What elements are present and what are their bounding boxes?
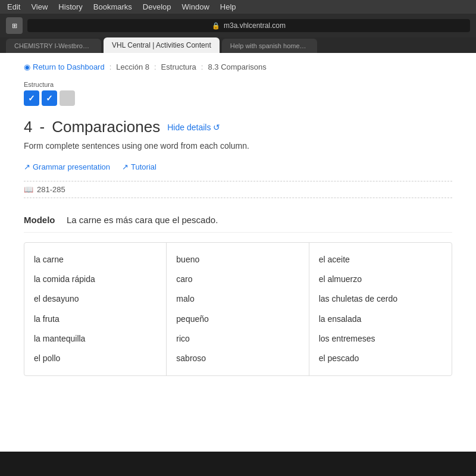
links-row: ↗ Grammar presentation ↗ Tutorial xyxy=(24,162,452,171)
list-item: sabroso xyxy=(176,349,299,368)
progress-icons: ✓ ✓ xyxy=(24,90,452,106)
menu-history[interactable]: History xyxy=(58,2,82,11)
lock-icon: 🔒 xyxy=(212,22,220,30)
modelo-row: Modelo La carne es más cara que el pesca… xyxy=(24,208,452,233)
breadcrumb-estructura: Estructura xyxy=(161,62,196,71)
hide-details-link[interactable]: Hide details ↺ xyxy=(167,123,220,132)
address-bar[interactable]: 🔒 m3a.vhlcentral.com xyxy=(27,19,470,32)
check-2: ✓ xyxy=(42,90,57,106)
check-1: ✓ xyxy=(24,90,39,106)
tutorial-icon: ↗ xyxy=(122,162,129,171)
activity-dash: - xyxy=(39,118,45,136)
modelo-text: La carne es más cara que el pescado. xyxy=(67,215,218,225)
menu-bookmarks[interactable]: Bookmarks xyxy=(93,2,132,11)
breadcrumb: ◉ Return to Dashboard : Lección 8 : Estr… xyxy=(24,62,452,71)
tab-bar: CHEMISTRY I-Westbrook-40.... VHL Central… xyxy=(0,37,476,53)
check-3 xyxy=(60,90,75,106)
tab-help[interactable]: Help with spanish homework xyxy=(222,39,317,53)
menu-window[interactable]: Window xyxy=(182,2,209,11)
breadcrumb-comparisons: 8.3 Comparisons xyxy=(208,62,266,71)
breadcrumb-leccion: Lección 8 xyxy=(116,62,149,71)
breadcrumb-sep1: : xyxy=(109,62,112,71)
list-item: pequeño xyxy=(176,309,299,329)
toolbar: ⊞ 🔒 m3a.vhlcentral.com xyxy=(0,14,476,37)
breadcrumb-sep2: : xyxy=(154,62,156,71)
list-item: la ensalada xyxy=(319,309,442,329)
list-item: el pollo xyxy=(34,349,156,368)
list-item: malo xyxy=(176,289,299,309)
sidebar-toggle[interactable]: ⊞ xyxy=(6,17,23,34)
list-item: el aceite xyxy=(319,250,442,270)
refresh-icon: ↺ xyxy=(213,123,220,132)
list-item: la fruta xyxy=(34,309,156,329)
activity-name: Comparaciones xyxy=(52,118,160,136)
modelo-label: Modelo xyxy=(24,215,60,225)
word-col-3: el aceite el almuerzo las chuletas de ce… xyxy=(309,243,452,375)
menu-help[interactable]: Help xyxy=(220,2,236,11)
grammar-link[interactable]: ↗ Grammar presentation xyxy=(24,162,110,171)
list-item: los entremeses xyxy=(319,329,442,349)
list-item: el almuerzo xyxy=(319,270,442,289)
activity-number: 4 xyxy=(24,118,32,136)
list-item: rico xyxy=(176,329,299,349)
tab-chemistry[interactable]: CHEMISTRY I-Westbrook-40.... xyxy=(6,39,101,53)
return-label: Return to Dashboard xyxy=(33,62,105,71)
page-content: ◉ Return to Dashboard : Lección 8 : Estr… xyxy=(0,53,476,452)
page-ref-text: 281-285 xyxy=(37,185,65,194)
list-item: bueno xyxy=(176,250,299,270)
word-col-1: la carne la comida rápida el desayuno la… xyxy=(24,243,167,375)
estructura-label: Estructura xyxy=(24,81,452,88)
return-icon: ◉ xyxy=(24,62,30,71)
return-dashboard-link[interactable]: ◉ Return to Dashboard xyxy=(24,62,105,71)
browser-chrome: Edit View History Bookmarks Develop Wind… xyxy=(0,0,476,53)
menu-bar: Edit View History Bookmarks Develop Wind… xyxy=(0,0,476,14)
list-item: la carne xyxy=(34,250,156,270)
grammar-label: Grammar presentation xyxy=(33,162,110,171)
list-item: el desayuno xyxy=(34,289,156,309)
url-text: m3a.vhlcentral.com xyxy=(224,21,286,30)
activity-title: 4 - Comparaciones Hide details ↺ xyxy=(24,118,452,136)
list-item: la comida rápida xyxy=(34,270,156,289)
menu-edit[interactable]: Edit xyxy=(7,2,20,11)
estructura-section: Estructura ✓ ✓ xyxy=(24,81,452,106)
activity-subtitle: Form complete sentences using one word f… xyxy=(24,141,452,151)
tab-vhl[interactable]: VHL Central | Activities Content xyxy=(104,37,220,53)
book-icon: 📖 xyxy=(24,185,33,194)
list-item: caro xyxy=(176,270,299,289)
hide-details-text: Hide details xyxy=(167,123,211,132)
menu-develop[interactable]: Develop xyxy=(143,2,171,11)
menu-view[interactable]: View xyxy=(31,2,48,11)
breadcrumb-sep3: : xyxy=(201,62,203,71)
list-item: el pescado xyxy=(319,349,442,368)
word-columns: la carne la comida rápida el desayuno la… xyxy=(24,242,452,376)
tutorial-label: Tutorial xyxy=(131,162,156,171)
list-item: las chuletas de cerdo xyxy=(319,289,442,309)
grammar-icon: ↗ xyxy=(24,162,30,171)
tutorial-link[interactable]: ↗ Tutorial xyxy=(122,162,156,171)
list-item: la mantequilla xyxy=(34,329,156,349)
word-col-2: bueno caro malo pequeño rico sabroso xyxy=(167,243,309,375)
page-ref: 📖 281-285 xyxy=(24,181,452,198)
